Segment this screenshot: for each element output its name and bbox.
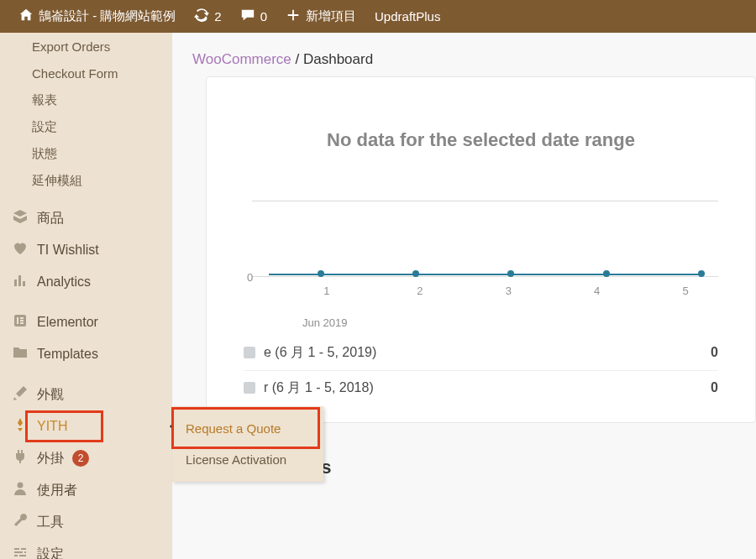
sidebar-item-plugins[interactable]: 外掛 2 [0,442,172,474]
svg-rect-2 [20,317,24,319]
chart-area: 0 1 2 3 4 5 Jun 2019 [252,185,718,302]
sidebar-item-label: Templates [37,347,98,362]
sidebar-item-appearance[interactable]: 外觀 [0,379,172,410]
admin-bar: 鵠崙設計 - 購物網站範例 2 0 新增項目 UpdraftPlus [0,0,756,33]
new-item-label: 新增項目 [306,8,356,24]
elementor-icon [12,312,29,332]
admin-sidebar: Export Orders Checkout Form 報表 設定 狀態 延伸模… [0,33,172,559]
chart-point [318,270,324,277]
chart-point [412,270,419,277]
sidebar-item-templates[interactable]: Templates [0,338,172,370]
chart-x-tick: 5 [683,285,689,297]
sidebar-sub-settings[interactable]: 設定 [0,113,172,140]
sidebar-sub-extensions[interactable]: 延伸模組 [0,167,172,194]
sidebar-item-analytics[interactable]: Analytics [0,266,172,298]
legend-swatch [244,347,255,358]
yith-flyout: Request a Quote License Activation [172,406,323,482]
sidebar-item-users[interactable]: 使用者 [0,474,172,506]
sidebar-item-label: Elementor [37,315,98,330]
refresh-link[interactable]: 2 [187,0,228,33]
sidebar-item-label: Analytics [37,274,91,290]
sidebar-item-settings[interactable]: 設定 [0,538,172,559]
comments-link[interactable]: 0 [234,0,274,33]
chart-x-tick: 2 [417,285,423,297]
sidebar-item-label: YITH [37,419,67,434]
sidebar-sub-export-orders[interactable]: Export Orders [0,33,172,60]
chart-title: No data for the selected date range [227,128,735,153]
refresh-count: 2 [214,9,221,24]
sidebar-item-label: 外掛 [37,450,64,468]
heart-icon [12,240,29,260]
breadcrumb: WooCommerce / Dashboard [172,33,756,76]
svg-rect-3 [20,320,24,321]
chart-y-tick: 0 [247,271,253,284]
legend-label: e (6 月 1 - 5, 2019) [264,345,376,359]
legend-row: r (6 月 1 - 5, 2018) 0 [244,371,718,405]
site-name: 鵠崙設計 - 購物網站範例 [39,8,176,24]
sidebar-item-label: 使用者 [37,482,77,499]
legend-row: e (6 月 1 - 5, 2019) 0 [244,336,718,371]
legend-swatch [244,382,255,394]
flyout-item-license-activation[interactable]: License Activation [172,444,323,475]
update-badge: 2 [72,450,89,467]
sidebar-sub-status[interactable]: 狀態 [0,140,172,167]
brush-icon [12,384,29,405]
folder-icon [12,344,29,364]
updraft-label: UpdraftPlus [375,9,440,24]
chart-legend-rows: e (6 月 1 - 5, 2019) 0 r (6 月 1 - 5, 2018… [244,336,718,405]
sidebar-sub-checkout-form[interactable]: Checkout Form [0,60,172,86]
plus-icon [286,8,301,25]
sidebar-item-yith[interactable]: YITH [0,410,172,442]
updraft-link[interactable]: UpdraftPlus [368,0,447,33]
legend-label: r (6 月 1 - 5, 2018) [264,380,374,394]
legend-value: 0 [711,345,718,360]
breadcrumb-sep: / [296,51,303,67]
chart-x-tick: 3 [506,285,512,297]
chart-plot [269,201,701,277]
flyout-item-request-quote[interactable]: Request a Quote [172,413,323,444]
sidebar-item-label: 外觀 [37,386,64,404]
sliders-icon [12,544,29,559]
sidebar-item-label: 商品 [37,210,64,227]
flyout-item-label: License Activation [186,452,286,467]
sidebar-item-ti-wishlist[interactable]: TI Wishlist [0,234,172,266]
yith-icon [12,416,29,436]
sidebar-item-products[interactable]: 商品 [0,202,172,234]
flyout-item-label: Request a Quote [186,421,281,436]
svg-rect-4 [20,322,24,324]
products-icon [12,208,29,228]
svg-point-5 [18,483,24,488]
chart-x-tick: 1 [323,285,329,297]
chart-point [698,270,705,277]
sidebar-item-label: TI Wishlist [37,243,99,258]
home-icon [18,8,34,25]
analytics-card: No data for the selected date range 0 1 … [206,76,756,423]
sidebar-sub-reports[interactable]: 報表 [0,86,172,113]
chart-series-line [269,274,701,275]
sidebar-item-label: 設定 [37,546,64,560]
new-item-link[interactable]: 新增項目 [279,0,363,33]
comment-icon [240,8,255,25]
refresh-icon [194,8,209,25]
breadcrumb-current: Dashboard [303,51,373,67]
comment-count: 0 [260,9,267,24]
svg-rect-1 [17,317,18,324]
bars-icon [12,272,29,292]
sidebar-item-tools[interactable]: 工具 [0,506,172,538]
chart-x-tick: 4 [594,285,600,297]
plug-icon [12,448,29,468]
legend-value: 0 [711,380,718,395]
wrench-icon [12,512,29,532]
sidebar-item-label: 工具 [37,514,64,531]
chart-point [603,270,610,277]
chart-x-label: Jun 2019 [302,316,348,329]
breadcrumb-root[interactable]: WooCommerce [192,51,291,67]
chart-point [507,270,514,277]
site-link[interactable]: 鵠崙設計 - 購物網站範例 [12,0,182,33]
sidebar-item-elementor[interactable]: Elementor [0,306,172,338]
user-icon [12,480,29,500]
